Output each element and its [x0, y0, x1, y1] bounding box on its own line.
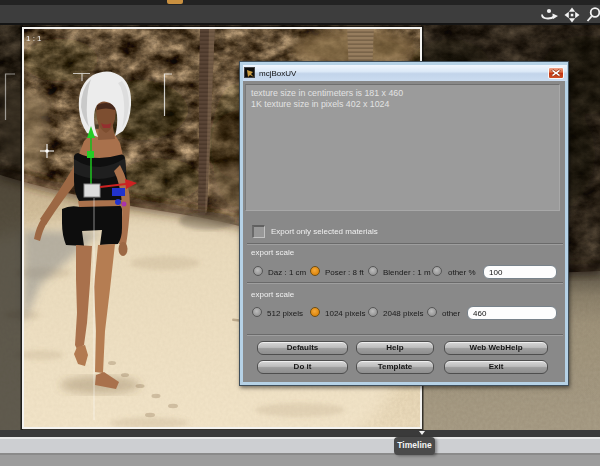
svg-text:1 : 1: 1 : 1	[26, 34, 42, 43]
